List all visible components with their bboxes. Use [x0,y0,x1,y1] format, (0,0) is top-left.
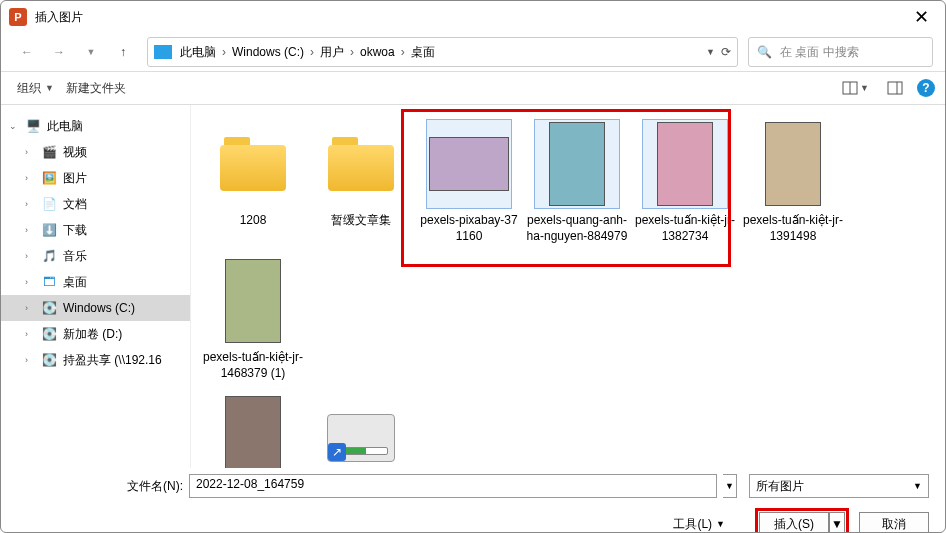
file-grid[interactable]: 1208暂缓文章集pexels-pixabay-371160pexels-qua… [191,105,945,468]
sidebar-item[interactable]: ›🎬视频 [1,139,190,165]
drive-icon: ↗ [327,414,395,462]
expand-icon[interactable]: › [25,173,35,183]
dialog-title: 插入图片 [35,9,906,26]
tools-button[interactable]: 工具(L)▼ [673,516,725,533]
expand-icon[interactable]: › [25,355,35,365]
file-item[interactable]: pexels-pixabay-371160 [415,115,523,252]
file-label: pexels-tuấn-kiệt-jr-1391498 [741,213,845,244]
recent-dropdown[interactable]: ▼ [77,38,105,66]
thumbnail [642,119,728,209]
file-label: pexels-tuấn-kiệt-jr-1382734 [633,213,737,244]
breadcrumb-item[interactable]: Windows (C:) [232,45,304,59]
organize-button[interactable]: 组织▼ [11,76,60,101]
chevron-right-icon: › [310,45,314,59]
expand-icon[interactable]: ⌄ [9,121,19,131]
sidebar-item-label: 视频 [63,144,87,161]
thumbnail: ↗ [318,393,404,468]
chevron-right-icon: › [401,45,405,59]
sidebar: ⌄🖥️此电脑›🎬视频›🖼️图片›📄文档›⬇️下载›🎵音乐›🗔桌面›💽Window… [1,105,191,468]
expand-icon[interactable]: › [25,277,35,287]
file-label: 1208 [240,213,267,229]
file-item[interactable]: pexels-quang-anh-ha-nguyen-884979 [523,115,631,252]
photo-thumb [657,122,713,206]
netdrive-icon: 💽 [41,352,57,368]
sidebar-item-label: 图片 [63,170,87,187]
highlight-box: 插入(S) ▼ [755,508,849,533]
photo-thumb [429,137,509,191]
file-item[interactable]: 暂缓文章集 [307,115,415,252]
sidebar-item-label: 文档 [63,196,87,213]
sidebar-item-label: 此电脑 [47,118,83,135]
photo-thumb [765,122,821,206]
thumbnail [210,393,296,468]
expand-icon[interactable]: › [25,303,35,313]
expand-icon[interactable]: › [25,225,35,235]
breadcrumb-item[interactable]: okwoa [360,45,395,59]
sidebar-item[interactable]: ›💽持盈共享 (\\192.16 [1,347,190,373]
filename-input[interactable]: 2022-12-08_164759 [189,474,717,498]
insert-button[interactable]: 插入(S) [759,512,829,533]
search-placeholder: 在 桌面 中搜索 [780,44,859,61]
sidebar-item[interactable]: ›💽Windows (C:) [1,295,190,321]
refresh-icon[interactable]: ⟳ [721,45,731,59]
down-icon: ⬇️ [41,222,57,238]
breadcrumb-item[interactable]: 用户 [320,44,344,61]
sidebar-item-label: 音乐 [63,248,87,265]
breadcrumb-item[interactable]: 此电脑 [180,44,216,61]
thumbnail [534,119,620,209]
sidebar-item[interactable]: ›⬇️下载 [1,217,190,243]
pictures-icon: 🖼️ [41,170,57,186]
file-item[interactable]: yuliia-tretynychenko-cHf0rOR2ZYg-unsplas… [199,389,307,468]
file-item[interactable]: pexels-tuấn-kiệt-jr-1468379 (1) [199,252,307,389]
filter-dropdown[interactable]: 所有图片▼ [749,474,929,498]
help-icon[interactable]: ? [917,79,935,97]
chevron-right-icon: › [222,45,226,59]
expand-icon[interactable]: › [25,147,35,157]
pc-icon: 🖥️ [25,118,41,134]
file-item[interactable]: 1208 [199,115,307,252]
thumbnail [210,256,296,346]
forward-button[interactable]: → [45,38,73,66]
search-input[interactable]: 🔍 在 桌面 中搜索 [748,37,933,67]
photo-thumb [225,396,281,468]
folder-icon [220,137,286,191]
close-icon[interactable]: ✕ [906,6,937,28]
view-mode-button[interactable]: ▼ [838,79,873,97]
sidebar-item[interactable]: ›🖼️图片 [1,165,190,191]
desktop-icon: 🗔 [41,274,57,290]
breadcrumb-item[interactable]: 桌面 [411,44,435,61]
cancel-button[interactable]: 取消 [859,512,929,533]
expand-icon[interactable]: › [25,199,35,209]
expand-icon[interactable]: › [25,251,35,261]
chevron-down-icon[interactable]: ▼ [706,47,715,57]
file-item[interactable]: pexels-tuấn-kiệt-jr-1391498 [739,115,847,252]
up-button[interactable]: ↑ [109,38,137,66]
sidebar-item-label: Windows (C:) [63,301,135,315]
filename-history-dropdown[interactable]: ▼ [723,474,737,498]
sidebar-item[interactable]: ›🗔桌面 [1,269,190,295]
address-bar[interactable]: 此电脑›Windows (C:)›用户›okwoa›桌面 ▼ ⟳ [147,37,738,67]
preview-pane-button[interactable] [883,79,907,97]
file-item[interactable]: ↗持盈共享 (192.168.0.168) (Z) - 快捷方式 [307,389,415,468]
drive-icon: 💽 [41,300,57,316]
new-folder-button[interactable]: 新建文件夹 [60,76,132,101]
sidebar-item[interactable]: ›📄文档 [1,191,190,217]
video-icon: 🎬 [41,144,57,160]
sidebar-item-label: 新加卷 (D:) [63,326,122,343]
folder-icon [328,137,394,191]
sidebar-item-label: 持盈共享 (\\192.16 [63,352,162,369]
svg-rect-2 [888,82,902,94]
file-item[interactable]: pexels-tuấn-kiệt-jr-1382734 [631,115,739,252]
insert-dropdown[interactable]: ▼ [829,512,845,533]
sidebar-item[interactable]: ›💽新加卷 (D:) [1,321,190,347]
sidebar-item[interactable]: ⌄🖥️此电脑 [1,113,190,139]
expand-icon[interactable]: › [25,329,35,339]
sidebar-item[interactable]: ›🎵音乐 [1,243,190,269]
photo-thumb [549,122,605,206]
chevron-right-icon: › [350,45,354,59]
file-label: pexels-pixabay-371160 [417,213,521,244]
file-label: pexels-quang-anh-ha-nguyen-884979 [525,213,629,244]
back-button[interactable]: ← [13,38,41,66]
thumbnail [750,119,836,209]
file-label: 暂缓文章集 [331,213,391,229]
